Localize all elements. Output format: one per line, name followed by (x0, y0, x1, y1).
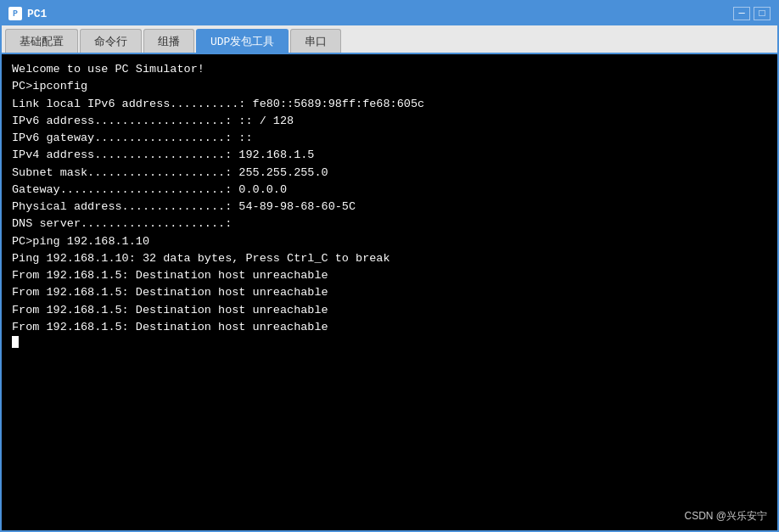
terminal-line: IPv6 address...................: :: / 12… (12, 113, 767, 130)
terminal-line: Link local IPv6 address..........: fe80:… (12, 96, 767, 113)
maximize-button[interactable]: □ (754, 7, 771, 20)
tab-udp[interactable]: UDP发包工具 (196, 29, 289, 53)
terminal-line: From 192.168.1.5: Destination host unrea… (12, 302, 767, 319)
terminal-line: Subnet mask....................: 255.255… (12, 165, 767, 182)
terminal-line: PC>ping 192.168.1.10 (12, 233, 767, 250)
terminal-line: From 192.168.1.5: Destination host unrea… (12, 319, 767, 336)
terminal-line: Ping 192.168.1.10: 32 data bytes, Press … (12, 250, 767, 267)
terminal-line: IPv6 gateway...................: :: (12, 130, 767, 147)
terminal-cursor (12, 336, 19, 348)
terminal-line: Welcome to use PC Simulator! (12, 61, 767, 78)
terminal-line: From 192.168.1.5: Destination host unrea… (12, 267, 767, 284)
cursor-line (12, 336, 767, 348)
tab-cmd[interactable]: 命令行 (80, 29, 142, 53)
terminal-line: From 192.168.1.5: Destination host unrea… (12, 284, 767, 301)
terminal-line: Gateway........................: 0.0.0.0 (12, 182, 767, 199)
tab-bar: 基础配置 命令行 组播 UDP发包工具 串口 (2, 25, 777, 54)
tab-serial[interactable]: 串口 (290, 29, 341, 53)
window-controls: — □ (733, 7, 771, 20)
watermark: CSDN @兴乐安宁 (684, 508, 767, 524)
main-window: P PC1 — □ 基础配置 命令行 组播 UDP发包工具 串口 Welcome… (0, 0, 779, 532)
tab-basic[interactable]: 基础配置 (5, 29, 78, 53)
terminal-line: PC>ipconfig (12, 78, 767, 95)
terminal-line: Physical address...............: 54-89-9… (12, 199, 767, 216)
title-bar-left: P PC1 (8, 7, 47, 20)
terminal-line: IPv4 address...................: 192.168… (12, 147, 767, 164)
terminal-area[interactable]: Welcome to use PC Simulator!PC>ipconfigL… (2, 54, 777, 530)
title-bar: P PC1 — □ (2, 2, 777, 25)
terminal-line: DNS server.....................: (12, 216, 767, 232)
window-title: PC1 (27, 8, 47, 20)
window-icon: P (8, 7, 22, 20)
tab-multicast[interactable]: 组播 (143, 29, 194, 53)
minimize-button[interactable]: — (733, 7, 750, 20)
